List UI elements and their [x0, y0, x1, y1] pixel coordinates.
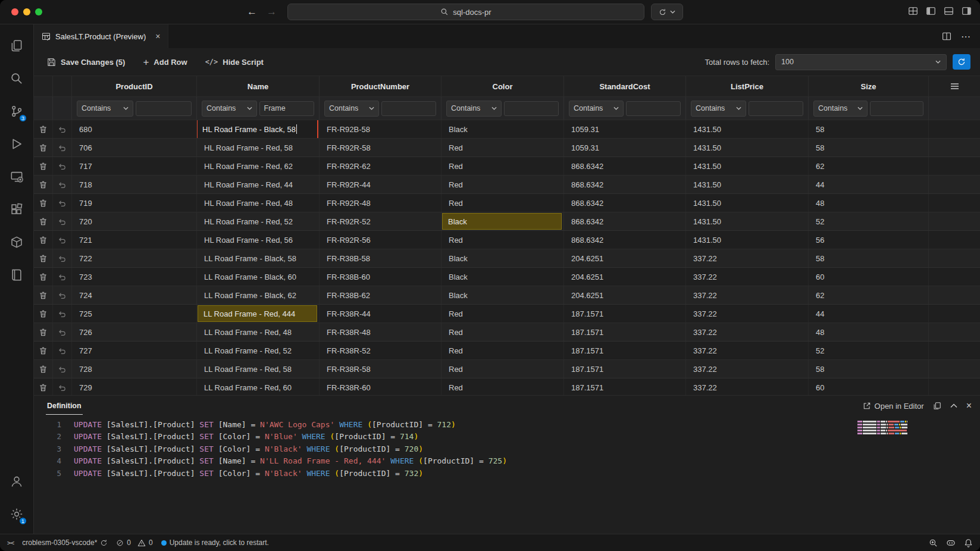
cell-standardcost[interactable]: 187.1571 [564, 360, 686, 378]
delete-row-button[interactable] [34, 360, 53, 378]
filter-input-listprice[interactable] [749, 101, 804, 116]
cell-name[interactable]: LL Road Frame - Black, 60 [197, 268, 320, 286]
cell-name[interactable]: HL Road Frame - Red, 62 [197, 157, 320, 175]
command-center-search[interactable]: sql-docs-pr [287, 4, 644, 20]
cell-size[interactable]: 52 [809, 342, 929, 359]
cell-listprice[interactable]: 1431.50 [686, 194, 809, 212]
cell-productnumber[interactable]: FR-R92R-52 [320, 212, 442, 230]
customize-layout-icon[interactable] [908, 6, 918, 16]
table-row[interactable]: 722LL Road Frame - Black, 58FR-R38B-58Bl… [34, 249, 980, 268]
cell-size[interactable]: 60 [809, 268, 929, 286]
table-row[interactable]: 724LL Road Frame - Black, 62FR-R38B-62Bl… [34, 286, 980, 305]
filter-operator-color[interactable]: Contains [446, 101, 502, 117]
table-row[interactable]: 720HL Road Frame - Red, 52FR-R92R-52Blac… [34, 212, 980, 231]
refresh-split-button[interactable] [651, 4, 683, 20]
delete-row-button[interactable] [34, 249, 53, 267]
filter-operator-name[interactable]: Contains [202, 101, 257, 117]
cell-size[interactable]: 62 [809, 286, 929, 304]
filter-input-color[interactable] [504, 101, 559, 116]
minimap[interactable] [857, 421, 907, 436]
table-row[interactable]: 706HL Road Frame - Red, 58FR-R92R-58Red1… [34, 139, 980, 157]
revert-row-button[interactable] [53, 342, 72, 359]
zoom-indicator-icon[interactable] [929, 539, 938, 547]
revert-row-button[interactable] [53, 194, 72, 212]
delete-row-button[interactable] [34, 286, 53, 304]
cell-size[interactable]: 62 [809, 157, 929, 175]
revert-row-button[interactable] [53, 305, 72, 323]
problems-indicator[interactable]: 0 0 [116, 539, 152, 547]
delete-row-button[interactable] [34, 176, 53, 193]
revert-row-button[interactable] [53, 231, 72, 249]
cell-standardcost[interactable]: 204.6251 [564, 249, 686, 267]
filter-input-size[interactable] [870, 101, 924, 116]
cell-standardcost[interactable]: 187.1571 [564, 305, 686, 323]
cell-color[interactable]: Black [442, 286, 564, 304]
hide-script-button[interactable]: </> Hide Script [205, 58, 264, 67]
save-changes-button[interactable]: Save Changes (5) [47, 58, 125, 67]
table-row[interactable]: 719HL Road Frame - Red, 48FR-R92R-48Red8… [34, 194, 980, 212]
split-editor-icon[interactable] [942, 32, 951, 41]
remote-indicator[interactable]: >< [7, 539, 14, 547]
cell-color[interactable]: Red [442, 378, 564, 395]
cell-productnumber[interactable]: FR-R38B-62 [320, 286, 442, 304]
close-window-button[interactable] [11, 8, 18, 15]
cell-listprice[interactable]: 1431.50 [686, 157, 809, 175]
delete-row-button[interactable] [34, 157, 53, 175]
revert-row-button[interactable] [53, 323, 72, 341]
cell-listprice[interactable]: 337.22 [686, 286, 809, 304]
table-row[interactable]: 723LL Road Frame - Black, 60FR-R38B-60Bl… [34, 268, 980, 286]
cell-productid[interactable]: 680 [72, 120, 197, 138]
cell-editor[interactable]: HL Road Frame - Black, 58 [197, 120, 318, 138]
cell-size[interactable]: 58 [809, 120, 929, 138]
cell-name[interactable]: LL Road Frame - Red, 444 [197, 305, 320, 323]
cell-productid[interactable]: 725 [72, 305, 197, 323]
cell-productnumber[interactable]: FR-R92R-56 [320, 231, 442, 249]
column-header-productid[interactable]: ProductID [72, 76, 197, 96]
revert-row-button[interactable] [53, 139, 72, 156]
cell-listprice[interactable]: 337.22 [686, 305, 809, 323]
table-row[interactable]: 726LL Road Frame - Red, 48FR-R38R-48Red1… [34, 323, 980, 342]
filter-input-name[interactable]: Frame [259, 101, 315, 116]
cell-standardcost[interactable]: 868.6342 [564, 231, 686, 249]
cell-color[interactable]: Black [442, 268, 564, 286]
code-line[interactable]: 1UPDATE [SalesLT].[Product] SET [Name] =… [34, 418, 980, 431]
filter-operator-listprice[interactable]: Contains [691, 101, 746, 117]
delete-row-button[interactable] [34, 342, 53, 359]
toggle-primary-sidebar-icon[interactable] [926, 6, 936, 16]
table-row[interactable]: 725LL Road Frame - Red, 444FR-R38R-44Red… [34, 305, 980, 323]
add-row-button[interactable]: + Add Row [143, 57, 187, 67]
delete-row-button[interactable] [34, 378, 53, 395]
cell-listprice[interactable]: 337.22 [686, 249, 809, 267]
cell-name[interactable]: HL Road Frame - Red, 48 [197, 194, 320, 212]
cell-productnumber[interactable]: FR-R38R-52 [320, 342, 442, 359]
column-header-name[interactable]: Name [197, 76, 320, 96]
cell-color[interactable]: Red [442, 176, 564, 193]
code-line[interactable]: 3UPDATE [SalesLT].[Product] SET [Color] … [34, 443, 980, 455]
delete-row-button[interactable] [34, 323, 53, 341]
cell-productnumber[interactable]: FR-R38B-60 [320, 268, 442, 286]
filter-operator-size[interactable]: Contains [813, 101, 868, 117]
cell-color[interactable]: Red [442, 157, 564, 175]
sql-code-area[interactable]: 1UPDATE [SalesLT].[Product] SET [Name] =… [34, 416, 980, 534]
cell-productnumber[interactable]: FR-R92R-48 [320, 194, 442, 212]
cell-name[interactable]: HL Road Frame - Red, 58 [197, 139, 320, 156]
containers-icon[interactable] [2, 226, 31, 258]
cell-color[interactable]: Black [442, 212, 564, 230]
cell-size[interactable]: 48 [809, 323, 929, 341]
back-button[interactable]: ← [247, 6, 257, 18]
cell-productnumber[interactable]: FR-R92R-44 [320, 176, 442, 193]
table-row[interactable]: 729LL Road Frame - Red, 60FR-R38R-60Red1… [34, 378, 980, 395]
toggle-panel-icon[interactable] [944, 6, 954, 16]
cell-standardcost[interactable]: 868.6342 [564, 212, 686, 230]
table-row[interactable]: 728LL Road Frame - Red, 58FR-R38R-58Red1… [34, 360, 980, 378]
cell-productid[interactable]: 718 [72, 176, 197, 193]
modified-cell[interactable]: LL Road Frame - Red, 444 [198, 305, 317, 322]
explorer-icon[interactable] [2, 29, 31, 62]
cell-color[interactable]: Red [442, 305, 564, 323]
cell-productid[interactable]: 706 [72, 139, 197, 156]
revert-row-button[interactable] [53, 157, 72, 175]
minimize-window-button[interactable] [23, 8, 30, 15]
cell-color[interactable]: Red [442, 323, 564, 341]
cell-standardcost[interactable]: 1059.31 [564, 139, 686, 156]
more-actions-icon[interactable]: ⋯ [961, 31, 970, 42]
